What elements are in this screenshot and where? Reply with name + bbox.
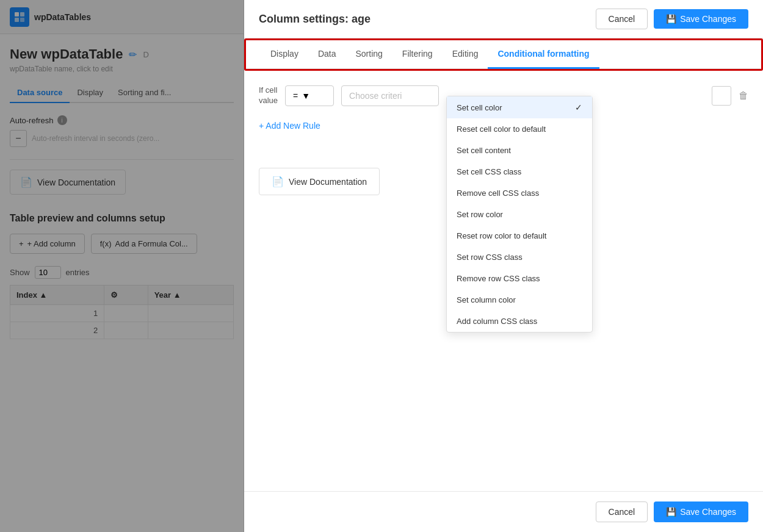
header-save-button[interactable]: 💾 Save Changes xyxy=(654,9,748,29)
view-doc-button-modal[interactable]: 📄 View Documentation xyxy=(259,168,380,195)
modal-panel: Column settings: age Cancel 💾 Save Chang… xyxy=(244,0,763,532)
condition-row: If cell value = ▼ Choose criteri Set cel… xyxy=(259,85,748,106)
doc-icon-modal: 📄 xyxy=(272,176,284,187)
check-icon: ✓ xyxy=(575,102,582,112)
tab-data[interactable]: Data xyxy=(308,40,346,69)
action-dropdown: Set cell color ✓ Reset cell color to def… xyxy=(446,96,593,332)
tab-display[interactable]: Display xyxy=(261,40,308,69)
dropdown-item-set-row-color[interactable]: Set row color xyxy=(447,204,592,225)
tab-sorting[interactable]: Sorting xyxy=(345,40,392,69)
tab-conditional-formatting[interactable]: Conditional formatting xyxy=(488,40,599,69)
tab-editing[interactable]: Editing xyxy=(443,40,488,69)
dropdown-item-remove-cell-css[interactable]: Remove cell CSS class xyxy=(447,182,592,204)
add-rule-button[interactable]: + Add New Rule xyxy=(259,121,320,131)
modal-header: Column settings: age Cancel 💾 Save Chang… xyxy=(244,0,763,38)
dropdown-item-set-cell-content[interactable]: Set cell content xyxy=(447,140,592,161)
header-cancel-button[interactable]: Cancel xyxy=(596,9,648,29)
modal-footer: Cancel 💾 Save Changes xyxy=(244,491,763,532)
tab-filtering[interactable]: Filtering xyxy=(392,40,443,69)
view-doc-label-modal: View Documentation xyxy=(289,177,367,187)
color-preview-box[interactable] xyxy=(712,86,731,106)
operator-value: = xyxy=(293,91,298,101)
dropdown-item-set-cell-css[interactable]: Set cell CSS class xyxy=(447,161,592,182)
criteria-placeholder: Choose criteri xyxy=(349,91,402,101)
modal-tabs-wrapper: Display Data Sorting Filtering Editing C… xyxy=(244,38,763,71)
footer-cancel-button[interactable]: Cancel xyxy=(596,501,648,522)
save-icon-footer: 💾 xyxy=(666,507,676,517)
dropdown-item-add-column-css[interactable]: Add column CSS class xyxy=(447,311,592,332)
footer-save-label: Save Changes xyxy=(680,507,736,517)
header-save-label: Save Changes xyxy=(680,14,736,24)
if-cell-label: If cell value xyxy=(259,85,278,106)
criteria-input[interactable]: Choose criteri xyxy=(341,85,439,106)
footer-save-button[interactable]: 💾 Save Changes xyxy=(654,501,748,522)
dropdown-item-reset-cell-color[interactable]: Reset cell color to default xyxy=(447,118,592,140)
save-icon-header: 💾 xyxy=(666,14,676,24)
dropdown-item-set-column-color[interactable]: Set column color xyxy=(447,289,592,311)
operator-select[interactable]: = ▼ xyxy=(285,85,334,106)
modal-body: If cell value = ▼ Choose criteri Set cel… xyxy=(244,71,763,491)
dropdown-item-remove-row-css[interactable]: Remove row CSS class xyxy=(447,268,592,289)
modal-tabs: Display Data Sorting Filtering Editing C… xyxy=(246,40,761,69)
dropdown-item-set-row-css[interactable]: Set row CSS class xyxy=(447,246,592,268)
title-prefix: Column settings: xyxy=(259,13,352,25)
dropdown-item-reset-row-color[interactable]: Reset row color to default xyxy=(447,225,592,246)
dropdown-item-set-cell-color[interactable]: Set cell color ✓ xyxy=(447,96,592,118)
chevron-down-icon: ▼ xyxy=(302,91,310,101)
modal-header-buttons: Cancel 💾 Save Changes xyxy=(596,9,748,29)
delete-icon[interactable]: 🗑 xyxy=(739,90,748,101)
title-column: age xyxy=(352,13,371,25)
modal-title: Column settings: age xyxy=(259,13,371,26)
